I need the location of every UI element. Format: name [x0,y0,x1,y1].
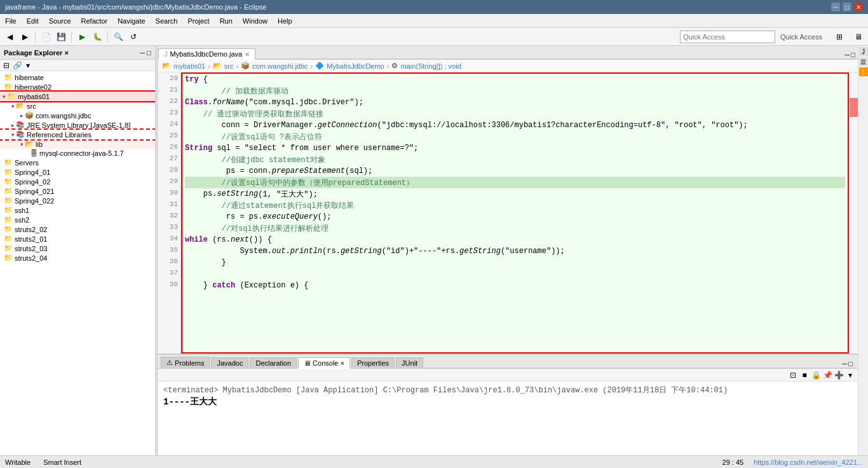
tab-junit[interactable]: JUnit [396,357,423,368]
breadcrumb-part1[interactable]: mybatis01 [173,62,205,70]
toolbar-view-menu-btn[interactable]: ⊞ [832,30,846,44]
right-btn-1[interactable]: J [859,47,868,56]
bottom-panel-minimize-btn[interactable]: ─ [843,360,848,368]
tree-item-hibernate02[interactable]: 📁hibernate02 [0,82,155,92]
quick-access-label: Quick Access [780,33,822,41]
code-line-29[interactable]: //设置sql语句中的参数（使用preparedStatement） [185,177,845,188]
menu-source[interactable]: Source [44,14,76,27]
menu-help[interactable]: Help [273,14,297,27]
tree-item-struts2_03[interactable]: 📁struts2_03 [0,244,155,253]
code-line-20[interactable]: try { [185,74,845,85]
code-line-24[interactable]: conn = DriverManager.getConnection("jdbc… [185,120,845,131]
menu-window[interactable]: Window [238,14,273,27]
code-line-30[interactable]: ps.setString(1, "王大大"); [185,188,845,200]
minimize-button[interactable]: ─ [831,3,840,11]
tab-properties[interactable]: Properties [351,357,395,368]
toolbar-refresh-btn[interactable]: ↺ [126,30,140,44]
console-new-btn[interactable]: ➕ [834,370,844,380]
editor-minimize-btn[interactable]: ─ [845,51,850,59]
right-btn-2[interactable]: ☰ [859,57,868,66]
tab-console[interactable]: 🖥 Console × [298,357,350,369]
tree-item-Spring4_01[interactable]: 📁Spring4_01 [0,167,155,177]
code-line-37[interactable] [185,268,845,280]
maximize-button[interactable]: □ [843,3,851,11]
code-line-25[interactable]: //设置sql语句 ?表示占位符 [185,131,845,142]
right-btn-3[interactable]: ! [859,67,868,76]
toolbar-save-btn[interactable]: 💾 [54,30,68,44]
close-button[interactable]: ✕ [854,3,863,11]
tree-item-ssh2[interactable]: 📁ssh2 [0,215,155,224]
menu-file[interactable]: File [0,14,22,27]
toolbar-debug-btn[interactable]: 🐛 [90,30,104,44]
status-writable: Writable [5,458,31,466]
tab-close-btn[interactable]: ✕ [245,51,250,58]
tab-declaration[interactable]: Declaration [250,357,297,368]
tree-item-Servers[interactable]: 📁Servers [0,158,155,167]
code-line-36[interactable]: } [185,257,845,268]
sidebar-maximize-btn[interactable]: □ [147,49,151,57]
code-line-22[interactable]: Class.forName("com.mysql.jdbc.Driver"); [185,97,845,108]
collapse-all-btn[interactable]: ⊟ [1,60,11,71]
tree-item-com.wangshi.jdbc[interactable]: ▸📦com.wangshi.jdbc [0,111,155,120]
sidebar-minimize-btn[interactable]: ─ [140,49,146,57]
breadcrumb-part4[interactable]: MybatisJdbcDemo [327,62,384,70]
tab-javadoc[interactable]: Javadoc [211,357,248,368]
breadcrumb-part2[interactable]: src [224,62,234,70]
tree-item-struts2_02[interactable]: 📁struts2_02 [0,224,155,234]
tree-item-Spring4_022[interactable]: 📁Spring4_022 [0,196,155,205]
code-line-26[interactable]: String sql = "select * from user where u… [185,142,845,154]
code-line-38[interactable]: } catch (Exception e) { [185,280,845,291]
toolbar-new-btn[interactable]: 📄 [39,30,53,44]
tree-item-struts2_01[interactable]: 📁struts2_01 [0,234,155,244]
code-line-35[interactable]: System.out.println(rs.getString("id")+"-… [185,245,845,257]
breadcrumb-part5[interactable]: main(String[]) : void [400,62,461,70]
toolbar-search-btn[interactable]: 🔍 [111,30,125,44]
menu-refactor[interactable]: Refactor [76,14,113,27]
code-line-23[interactable]: // 通过驱动管理类获取数据库链接 [185,108,845,120]
code-line-27[interactable]: //创建jdbc statement对象 [185,154,845,165]
view-menu-btn[interactable]: ▾ [23,60,33,71]
console-view-menu-btn[interactable]: ▾ [845,370,855,380]
tree-item-mysql[interactable]: 🗄mysql-connector-java-5.1.7 [0,149,155,158]
console-scroll-lock-btn[interactable]: 🔒 [811,370,821,380]
code-line-28[interactable]: ps = conn.prepareStatement(sql); [185,165,845,177]
tree-item-ssh1[interactable]: 📁ssh1 [0,205,155,215]
breadcrumb-part3[interactable]: com.wangshi.jdbc [252,62,308,70]
toolbar-run-btn[interactable]: ▶ [75,30,89,44]
code-line-34[interactable]: while (rs.next()) { [185,234,845,245]
tree-item-lib[interactable]: ▾📂lib [0,139,155,149]
bottom-panel-maximize-btn[interactable]: □ [848,360,853,368]
editor-maximize-btn[interactable]: □ [851,51,855,59]
status-link[interactable]: https://blog.csdn.net/weixin_4221... [754,458,863,466]
tree-item-Spring4_021[interactable]: 📁Spring4_021 [0,186,155,196]
code-line-21[interactable]: // 加载数据库驱动 [185,85,845,97]
console-clear-btn[interactable]: ⊡ [788,370,798,380]
menu-run[interactable]: Run [215,14,238,27]
editor-tab-mybatisjdbcdemo[interactable]: J MybatisJdbcDemo.java ✕ [158,48,255,60]
tab-problems[interactable]: ⚠ Problems [161,357,210,368]
menu-navigate[interactable]: Navigate [112,14,150,27]
console-stop-btn[interactable]: ■ [799,370,810,380]
tree-item-Spring4_02[interactable]: 📁Spring4_02 [0,177,155,186]
tree-item-struts2_04[interactable]: 📁struts2_04 [0,253,155,263]
code-content[interactable]: try { // 加载数据库驱动 Class.forName("com.mysq… [181,72,849,354]
link-editor-btn[interactable]: 🔗 [12,60,22,71]
console-pin-btn[interactable]: 📌 [822,370,832,380]
menu-project[interactable]: Project [182,14,214,27]
tree-item-RefLibs[interactable]: ▾📚Referenced Libraries [0,130,155,139]
code-line-33[interactable]: //对sql执行结果进行解析处理 [185,223,845,234]
tree-label-ssh2: ssh2 [15,216,29,224]
line-num-38: 38 [158,279,180,290]
code-line-31[interactable]: //通过statement执行sql并获取结果 [185,200,845,211]
toolbar-back-btn[interactable]: ◀ [3,30,17,44]
code-line-32[interactable]: rs = ps.executeQuery(); [185,211,845,223]
menu-search[interactable]: Search [151,14,183,27]
tree-item-hibernate[interactable]: 📁hibernate [0,72,155,82]
quick-access-input[interactable] [680,31,775,43]
tree-item-JRE[interactable]: ▸📚JRE System Library [JavaSE-1.8] [0,120,155,130]
toolbar-forward-btn[interactable]: ▶ [18,30,32,44]
tree-item-src[interactable]: ▾📂src [0,101,155,111]
tree-item-mybatis01[interactable]: ▾📁mybatis01 [0,92,155,101]
toolbar-perspective-btn[interactable]: 🖥 [851,30,865,44]
menu-edit[interactable]: Edit [22,14,44,27]
